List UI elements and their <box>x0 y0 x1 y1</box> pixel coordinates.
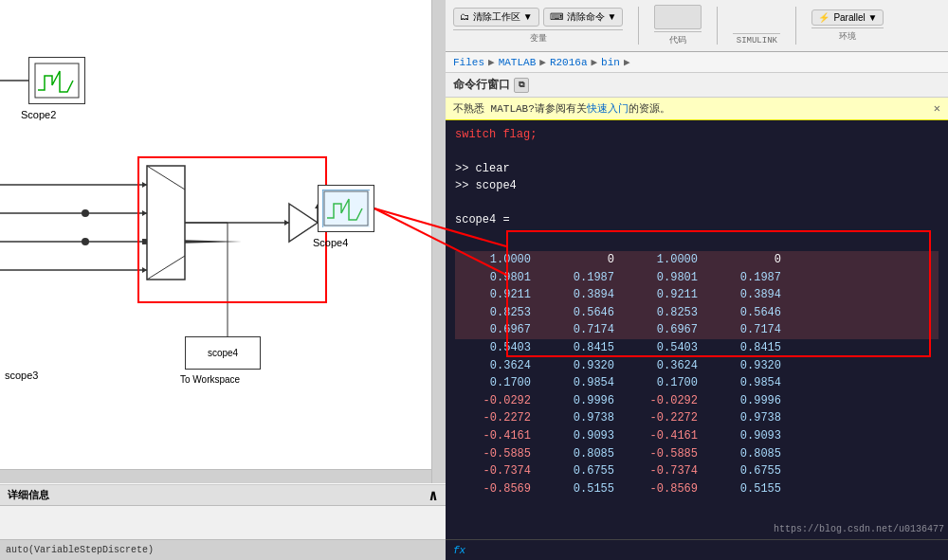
data-cell: 0 <box>538 251 622 269</box>
data-cell: 0.8085 <box>705 445 789 463</box>
cmd-title: 命令行窗口 <box>453 77 510 93</box>
table-row: -0.58850.8085-0.58850.8085 <box>455 445 939 463</box>
workspace-block[interactable]: scope4 <box>185 336 261 370</box>
clear-workspace-label: 清除工作区 ▼ <box>473 10 533 24</box>
data-cell: 1.0000 <box>622 251 705 269</box>
data-cell: -0.4161 <box>455 427 538 445</box>
blank-line-3 <box>455 228 939 245</box>
data-cell: 0.3624 <box>455 357 538 375</box>
cmd-window-header: 命令行窗口 ⧉ <box>446 73 948 98</box>
table-row: -0.73740.6755-0.73740.6755 <box>455 462 939 480</box>
prompt-scope4: >> scope4 <box>455 177 939 194</box>
bottom-panel-header: 详细信息 ∧ <box>0 485 446 506</box>
red-selection-box <box>137 156 327 303</box>
blank-line-2 <box>455 194 939 211</box>
data-cell: 0.9211 <box>455 286 538 304</box>
scope4-command: scope4 <box>476 179 517 192</box>
table-row: 0.36240.93200.36240.9320 <box>455 357 939 375</box>
svg-rect-24 <box>322 190 370 227</box>
command-icon: ⌨ <box>550 11 563 22</box>
cmd-body[interactable]: switch flag; >> clear >> scope4 scope4 =… <box>446 120 948 560</box>
toolbar-group-env: ⚡ Parallel ▼ 环境 <box>811 9 884 43</box>
data-cell: 0.1700 <box>622 374 705 392</box>
prompt-symbol-2: >> <box>455 179 476 192</box>
data-cell: 0.9738 <box>705 409 789 427</box>
close-banner-btn[interactable]: ✕ <box>934 101 940 116</box>
simulink-canvas[interactable]: Scope2 Scope4 scope4 To Workspace scope3 <box>0 0 446 483</box>
data-cell: 0.9996 <box>538 392 622 410</box>
data-cell: -0.5885 <box>622 445 705 463</box>
breadcrumb-bin[interactable]: bin <box>601 57 620 68</box>
switch-code: switch flag; <box>455 128 537 141</box>
data-cell: 1.0000 <box>455 251 538 269</box>
clear-workspace-btn[interactable]: 🗂 清除工作区 ▼ <box>453 8 539 27</box>
clear-command-label: 清除命令 ▼ <box>567 10 617 24</box>
data-cell: 0.5155 <box>705 480 789 498</box>
data-cell: 0.8253 <box>622 304 705 322</box>
toolbar-group-code: 代码 <box>654 5 702 46</box>
horizontal-scrollbar[interactable] <box>0 469 431 483</box>
svg-point-17 <box>82 209 89 217</box>
data-cell: 0.5403 <box>455 339 538 357</box>
scope4-label: Scope4 <box>313 237 348 248</box>
prompt-clear: >> clear <box>455 160 939 177</box>
data-cell: 0.6967 <box>622 321 705 339</box>
data-cell: 0.3624 <box>622 357 705 375</box>
breadcrumb-matlab[interactable]: MATLAB <box>499 57 537 68</box>
status-text: auto(VariableStepDiscrete) <box>6 545 154 555</box>
scope4-block[interactable] <box>318 185 374 232</box>
varname-line: scope4 = <box>455 211 939 228</box>
expand-btn[interactable]: ⧉ <box>514 78 529 93</box>
breadcrumb-files[interactable]: Files <box>453 57 484 68</box>
simulink-panel: Scope2 Scope4 scope4 To Workspace scope3… <box>0 0 446 560</box>
vertical-scrollbar[interactable] <box>431 0 446 483</box>
svg-point-18 <box>82 238 89 245</box>
table-row: -0.41610.9093-0.41610.9093 <box>455 427 939 445</box>
toolbar-group-simulink: SIMULINK <box>733 7 780 45</box>
scope2-block[interactable] <box>28 57 85 104</box>
data-cell: 0.9801 <box>622 269 705 287</box>
data-cell: -0.0292 <box>622 392 705 410</box>
data-cell: -0.7374 <box>622 462 705 480</box>
simulink-label: SIMULINK <box>733 33 780 45</box>
info-banner: 不熟悉 MATLAB?请参阅有关快速入门的资源。 ✕ <box>446 98 948 120</box>
data-cell: 0.8085 <box>538 445 622 463</box>
data-cell: -0.5885 <box>455 445 538 463</box>
data-cell: -0.0292 <box>455 392 538 410</box>
breadcrumb-r2016a[interactable]: R2016a <box>550 57 588 68</box>
table-row: 0.54030.84150.54030.8415 <box>455 339 939 357</box>
info-link[interactable]: 快速入门 <box>587 103 629 115</box>
expand-icon[interactable]: ∧ <box>428 486 438 505</box>
sep-4: ▶ <box>624 56 630 68</box>
data-cell: -0.2272 <box>455 409 538 427</box>
data-cell: 0.9996 <box>705 392 789 410</box>
data-cell: 0.5403 <box>622 339 705 357</box>
data-cell: 0.6755 <box>538 462 622 480</box>
data-cell: 0.8415 <box>538 339 622 357</box>
table-row: 0.17000.98540.17000.9854 <box>455 374 939 392</box>
cmd-content: switch flag; >> clear >> scope4 scope4 = <box>446 120 948 251</box>
data-table: 1.000001.000000.98010.19870.98010.19870.… <box>446 251 948 497</box>
table-row: -0.02920.9996-0.02920.9996 <box>455 392 939 410</box>
data-cell: 0.1987 <box>538 269 622 287</box>
data-cell: 0.9854 <box>538 374 622 392</box>
table-row: 0.69670.71740.69670.7174 <box>455 321 939 339</box>
info-text: 不熟悉 MATLAB?请参阅有关快速入门的资源。 <box>453 101 670 116</box>
parallel-icon: ⚡ <box>818 12 830 23</box>
parallel-btn[interactable]: ⚡ Parallel ▼ <box>811 9 884 26</box>
data-cell: 0.9320 <box>705 357 789 375</box>
blank-line-1 <box>455 143 939 160</box>
table-row: 0.82530.56460.82530.5646 <box>455 304 939 322</box>
data-cell: 0.3894 <box>705 286 789 304</box>
table-row: 1.000001.00000 <box>455 251 939 269</box>
status-bar: auto(VariableStepDiscrete) <box>0 539 446 560</box>
clear-command-btn[interactable]: ⌨ 清除命令 ▼ <box>543 8 624 27</box>
data-cell: -0.8569 <box>622 480 705 498</box>
data-cell: 0.6967 <box>455 321 538 339</box>
data-cell: 0.7174 <box>538 321 622 339</box>
workspace-var-label: scope4 <box>208 348 238 358</box>
data-cell: -0.7374 <box>455 462 538 480</box>
data-cell: 0.5646 <box>538 304 622 322</box>
code-line-switch: switch flag; <box>455 126 939 143</box>
env-label: 环境 <box>811 27 884 43</box>
